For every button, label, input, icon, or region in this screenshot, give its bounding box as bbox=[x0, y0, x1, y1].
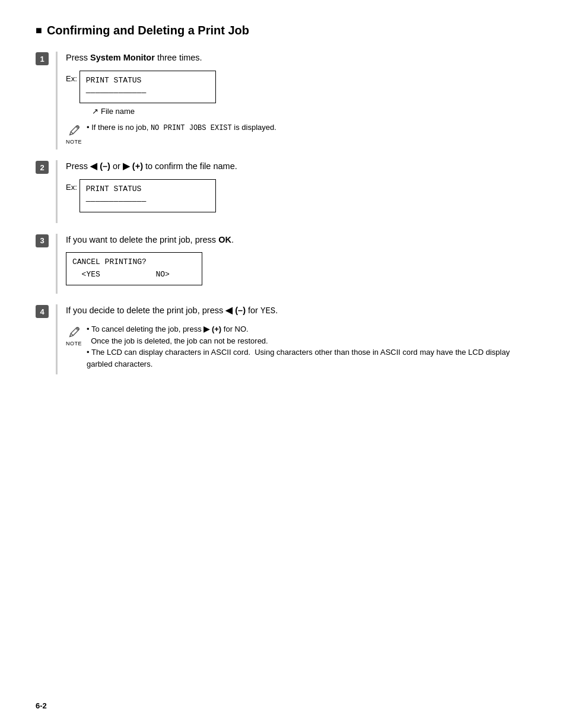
lcd-box-1: PRINT STATUS ————————————— bbox=[80, 71, 216, 104]
note-word-1: NOTE bbox=[66, 139, 82, 145]
step-3-lcd: CANCEL PRINTING? <YES NO> bbox=[66, 252, 530, 289]
step-number-2: 2 bbox=[36, 161, 49, 174]
step-1: 1 Press System Monitor three times. Ex: … bbox=[36, 52, 530, 150]
step-1-note: NOTE • If there is no job, NO PRINT JOBS… bbox=[66, 122, 530, 145]
step-2-text: Press ◀ (–) or ▶ (+) to confirm the file… bbox=[66, 160, 530, 173]
step-4-note: NOTE • To cancel deleting the job, press… bbox=[66, 323, 530, 370]
step-4-text: If you decide to delete the print job, p… bbox=[66, 304, 530, 317]
ex-label-2: Ex: bbox=[66, 183, 77, 192]
filename-label: File name bbox=[101, 107, 135, 116]
note-icon-1: NOTE bbox=[66, 123, 82, 145]
step-2-content: Press ◀ (–) or ▶ (+) to confirm the file… bbox=[56, 160, 530, 222]
note-icon-4: NOTE bbox=[66, 325, 82, 346]
lcd-box-3: CANCEL PRINTING? <YES NO> bbox=[66, 252, 202, 285]
step-1-content: Press System Monitor three times. Ex: PR… bbox=[56, 52, 530, 150]
note-text-1: • If there is no job, NO PRINT JOBS EXIS… bbox=[87, 122, 276, 133]
pencil-svg-4 bbox=[66, 325, 82, 340]
note-line-1: • To cancel deleting the job, press ▶ (+… bbox=[87, 323, 530, 335]
note-word-4: NOTE bbox=[66, 341, 82, 346]
note-text-4: • To cancel deleting the job, press ▶ (+… bbox=[87, 323, 530, 370]
step-3-content: If you want to delete the print job, pre… bbox=[56, 234, 530, 294]
pencil-svg-1 bbox=[66, 123, 82, 138]
filename-arrow: ↗ bbox=[92, 107, 98, 116]
step-number-4: 4 bbox=[36, 305, 49, 318]
step-3-text: If you want to delete the print job, pre… bbox=[66, 234, 530, 247]
step-4: 4 If you decide to delete the print job,… bbox=[36, 304, 530, 374]
step-1-ex: Ex: PRINT STATUS ————————————— bbox=[66, 71, 530, 107]
step-1-lcd: PRINT STATUS ————————————— bbox=[80, 71, 216, 107]
ex-label-1: Ex: bbox=[66, 74, 77, 83]
step-2: 2 Press ◀ (–) or ▶ (+) to confirm the fi… bbox=[36, 160, 530, 222]
title-text: Confirming and Deleting a Print Job bbox=[47, 24, 249, 37]
page-footer: 6-2 bbox=[36, 701, 47, 710]
step-number-1: 1 bbox=[36, 52, 49, 65]
step-2-ex: Ex: PRINT STATUS ————————————— bbox=[66, 179, 530, 216]
page-title: Confirming and Deleting a Print Job bbox=[36, 24, 530, 37]
note-line-3: • The LCD can display characters in ASCI… bbox=[87, 346, 530, 370]
lcd-box-2: PRINT STATUS ————————————— bbox=[80, 179, 216, 212]
step-4-content: If you decide to delete the print job, p… bbox=[56, 304, 530, 374]
step-2-lcd: PRINT STATUS ————————————— bbox=[80, 179, 216, 216]
note-line-2: Once the job is deleted, the job can not… bbox=[87, 335, 530, 347]
step-1-text: Press System Monitor three times. bbox=[66, 52, 530, 65]
step-number-3: 3 bbox=[36, 234, 49, 247]
step-3: 3 If you want to delete the print job, p… bbox=[36, 234, 530, 294]
